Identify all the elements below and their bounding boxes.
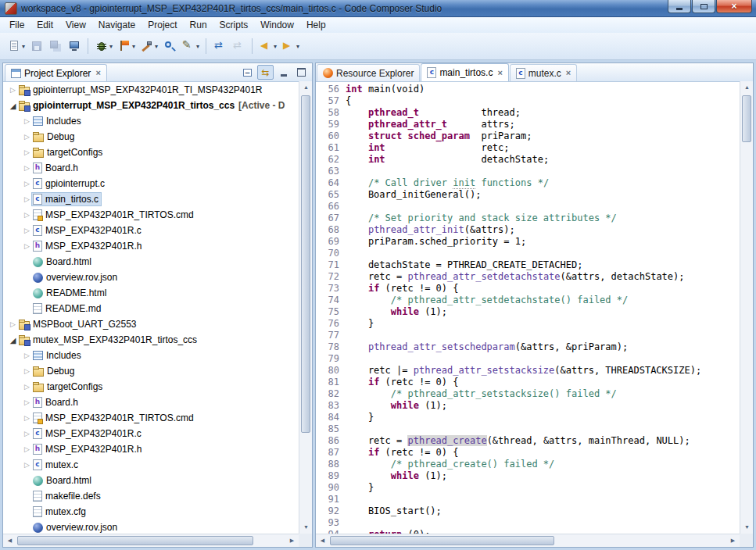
- title-bar[interactable]: workspace_v8 - gpiointerrupt_MSP_EXP432P…: [0, 0, 756, 17]
- expander-collapsed-icon[interactable]: ▷: [22, 195, 32, 203]
- tree-item[interactable]: ▷Board.h: [3, 160, 299, 176]
- scroll-up-icon[interactable]: ▲: [299, 81, 313, 94]
- link-with-editor-icon[interactable]: [257, 65, 274, 80]
- project-explorer-hscrollbar[interactable]: ◀ ▶: [3, 534, 299, 547]
- debug-button[interactable]: ▾: [93, 38, 114, 55]
- save-button[interactable]: [28, 38, 45, 55]
- menu-item-view[interactable]: View: [59, 18, 92, 32]
- menu-item-help[interactable]: Help: [300, 18, 332, 32]
- dropdown-caret-icon[interactable]: ▾: [196, 43, 199, 50]
- scroll-right-icon[interactable]: ▶: [285, 534, 299, 547]
- tree-item[interactable]: ▷MSP_EXP432P401R.c: [3, 426, 299, 441]
- project-explorer-vscrollbar[interactable]: ▲ ▼: [299, 81, 312, 534]
- tree-item[interactable]: ◢gpiointerrupt_MSP_EXP432P401R_tirtos_cc…: [3, 98, 299, 113]
- tree-item[interactable]: ◢mutex_MSP_EXP432P401R_tirtos_ccs: [3, 332, 299, 348]
- tree-item[interactable]: mutex.cfg: [3, 504, 299, 520]
- scroll-up-icon[interactable]: ▲: [740, 81, 754, 94]
- close-view-icon[interactable]: ×: [95, 69, 100, 77]
- close-tab-icon[interactable]: ×: [497, 69, 502, 77]
- scroll-left-icon[interactable]: ◀: [316, 534, 329, 547]
- menu-item-window[interactable]: Window: [254, 18, 300, 32]
- hscroll-thumb[interactable]: [17, 536, 253, 545]
- menu-item-navigate[interactable]: Navigate: [92, 18, 142, 32]
- menu-item-run[interactable]: Run: [184, 18, 213, 32]
- editor-hscrollbar[interactable]: ◀ ▶: [316, 534, 740, 547]
- back-button[interactable]: ▾: [257, 38, 278, 55]
- tree-item[interactable]: README.html: [3, 285, 299, 301]
- new-button[interactable]: ▾: [5, 38, 27, 55]
- scroll-down-icon[interactable]: ▼: [299, 521, 313, 534]
- tree-item[interactable]: ▷main_tirtos.c: [3, 191, 299, 207]
- expander-collapsed-icon[interactable]: ▷: [22, 117, 32, 125]
- expander-collapsed-icon[interactable]: ▷: [22, 133, 32, 141]
- tree-item[interactable]: ▷MSP_EXP432P401R.h: [3, 238, 299, 254]
- tree-item[interactable]: overview.rov.json: [3, 520, 299, 534]
- expander-collapsed-icon[interactable]: ▷: [8, 86, 18, 94]
- expander-collapsed-icon[interactable]: ▷: [22, 148, 32, 156]
- menu-item-project[interactable]: Project: [142, 18, 183, 32]
- gutter[interactable]: 5657585960616263646566676869707172737475…: [316, 84, 339, 534]
- forward-button[interactable]: ▾: [280, 38, 301, 55]
- menu-item-file[interactable]: File: [3, 18, 30, 32]
- tree-item[interactable]: Board.html: [3, 254, 299, 270]
- editor-vscrollbar[interactable]: ▲ ▼: [740, 81, 753, 534]
- tree-item[interactable]: ▷MSPBoot_UART_G2553: [3, 316, 299, 332]
- expander-expanded-icon[interactable]: ◢: [8, 102, 18, 110]
- expander-collapsed-icon[interactable]: ▷: [22, 367, 32, 375]
- tree-item[interactable]: ▷MSP_EXP432P401R_TIRTOS.cmd: [3, 410, 299, 426]
- expander-collapsed-icon[interactable]: ▷: [22, 414, 32, 422]
- tree-item[interactable]: ▷Includes: [3, 113, 299, 129]
- minimize-icon[interactable]: [275, 65, 292, 80]
- expander-collapsed-icon[interactable]: ▷: [22, 227, 32, 234]
- console-button[interactable]: [66, 38, 83, 55]
- disconnect-button[interactable]: [230, 38, 247, 55]
- expander-collapsed-icon[interactable]: ▷: [22, 352, 32, 359]
- tree-item[interactable]: makefile.defs: [3, 488, 299, 504]
- tree-item[interactable]: overview.rov.json: [3, 270, 299, 285]
- close-button[interactable]: ×: [716, 0, 752, 13]
- hscroll-thumb[interactable]: [330, 536, 554, 545]
- tree-item[interactable]: ▷MSP_EXP432P401R.c: [3, 223, 299, 238]
- flash-button[interactable]: ▾: [116, 38, 137, 55]
- dropdown-caret-icon[interactable]: ▾: [274, 43, 277, 50]
- tree-item[interactable]: README.md: [3, 301, 299, 316]
- maximize-button[interactable]: [692, 0, 715, 13]
- tab-resource-explorer[interactable]: Resource Explorer: [317, 64, 420, 81]
- tree-item[interactable]: ▷Debug: [3, 129, 299, 145]
- collapse-all-icon[interactable]: [239, 65, 256, 80]
- expander-collapsed-icon[interactable]: ▷: [22, 180, 32, 188]
- edit-button[interactable]: ▾: [180, 38, 201, 55]
- dropdown-caret-icon[interactable]: ▾: [132, 43, 135, 50]
- tree-item[interactable]: ▷Board.h: [3, 395, 299, 410]
- vscroll-thumb[interactable]: [301, 95, 310, 433]
- tab-main-tirtos-c[interactable]: main_tirtos.c×: [421, 63, 508, 81]
- search-button[interactable]: [161, 38, 178, 55]
- tree-item[interactable]: ▷targetConfigs: [3, 379, 299, 395]
- tree-item[interactable]: ▷Debug: [3, 363, 299, 379]
- menu-item-scripts[interactable]: Scripts: [213, 18, 255, 32]
- tree-item[interactable]: ▷mutex.c: [3, 457, 299, 473]
- dropdown-caret-icon[interactable]: ▾: [296, 43, 299, 50]
- tree-item[interactable]: ▷MSP_EXP432P401R.h: [3, 441, 299, 457]
- tree-item[interactable]: ▷gpiointerrupt_MSP_EXP432P401R_TI_MSP432…: [3, 82, 299, 98]
- expander-collapsed-icon[interactable]: ▷: [22, 461, 32, 469]
- editor-body[interactable]: 5657585960616263646566676869707172737475…: [316, 82, 740, 534]
- minimize-button[interactable]: [668, 0, 691, 13]
- project-tree[interactable]: ▷gpiointerrupt_MSP_EXP432P401R_TI_MSP432…: [3, 82, 299, 534]
- expander-collapsed-icon[interactable]: ▷: [22, 211, 32, 219]
- scroll-right-icon[interactable]: ▶: [726, 534, 740, 547]
- expander-collapsed-icon[interactable]: ▷: [22, 164, 32, 172]
- tree-item[interactable]: ▷gpiointerrupt.c: [3, 176, 299, 191]
- close-tab-icon[interactable]: ×: [566, 69, 571, 77]
- expander-expanded-icon[interactable]: ◢: [8, 336, 18, 345]
- menu-item-edit[interactable]: Edit: [30, 18, 59, 32]
- expander-collapsed-icon[interactable]: ▷: [22, 398, 32, 406]
- expander-collapsed-icon[interactable]: ▷: [22, 242, 32, 250]
- scroll-left-icon[interactable]: ◀: [3, 534, 16, 547]
- save-all-button[interactable]: [47, 38, 64, 55]
- dropdown-caret-icon[interactable]: ▾: [22, 43, 25, 50]
- expander-collapsed-icon[interactable]: ▷: [22, 430, 32, 438]
- project-explorer-tab[interactable]: Project Explorer ×: [5, 64, 107, 81]
- tree-item[interactable]: ▷targetConfigs: [3, 145, 299, 160]
- tree-item[interactable]: Board.html: [3, 473, 299, 488]
